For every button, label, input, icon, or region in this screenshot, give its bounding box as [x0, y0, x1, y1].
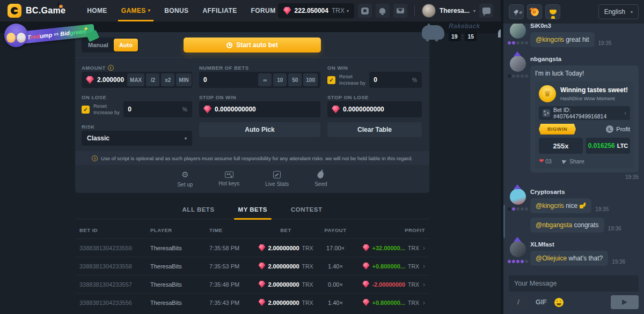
chevron-down-icon: ▾: [148, 9, 150, 13]
main-column: BC.Game HOME GAMES▾ BONUS AFFILIATE FORU…: [0, 0, 501, 314]
message-time: 19:35: [598, 40, 612, 47]
balance-selector[interactable]: 222.050004 TRX▾: [278, 3, 354, 18]
fifty-button[interactable]: 50: [288, 73, 302, 86]
promo-banner[interactable]: TredumpvsBidgreen ✦: [3, 23, 100, 48]
stop-on-win-input[interactable]: 0.0000000000: [199, 101, 320, 117]
chevron-right-icon: ›: [423, 263, 425, 270]
clear-table-button[interactable]: Clear Table: [327, 122, 422, 137]
on-lose-checkbox[interactable]: [82, 106, 90, 114]
chat-scrollbar[interactable]: [503, 205, 505, 238]
user-avatar[interactable]: [422, 4, 436, 18]
ltc-coin-icon: Ł: [606, 125, 613, 133]
navbar-right: 222.050004 TRX▾ Theresa... ▾: [278, 3, 493, 18]
avatar[interactable]: [510, 56, 526, 72]
chevron-right-icon: ›: [624, 109, 626, 117]
rain-button[interactable]: [509, 4, 524, 19]
number-of-bets-input[interactable]: 0 ∞ 10 50 100: [199, 72, 320, 88]
share-button[interactable]: Share: [562, 158, 584, 165]
help-button[interactable]: ? Help: [498, 29, 501, 38]
start-auto-bet-button[interactable]: Start auto bet: [184, 38, 321, 53]
on-win-input[interactable]: 0 %: [369, 72, 422, 88]
on-win-options[interactable]: ResetIncrease by: [339, 73, 365, 86]
table-row[interactable]: 3388381304233556 TheresaBits 7:35:43 PM …: [75, 293, 429, 311]
character-face: [6, 33, 16, 43]
on-win-checkbox[interactable]: [327, 76, 335, 84]
hot-keys-button[interactable]: Hot keys: [218, 171, 239, 186]
on-lose-input[interactable]: 0 %: [123, 101, 192, 117]
stop-on-lose-input[interactable]: 0.0000000000: [327, 101, 422, 117]
language-select[interactable]: English ▾: [598, 4, 639, 19]
avatar[interactable]: [510, 241, 526, 257]
timer-minutes: 19: [449, 32, 460, 41]
nav-link-home[interactable]: HOME: [87, 7, 107, 14]
mention-link[interactable]: @Oliejuice: [536, 255, 567, 262]
nav-link-affiliate[interactable]: AFFILIATE: [203, 7, 237, 14]
tab-my-bets[interactable]: MY BETS: [238, 200, 267, 219]
brand-logo[interactable]: BC.Game: [8, 4, 65, 18]
contest-button[interactable]: [545, 4, 560, 19]
table-row[interactable]: 3388381304233557 TheresaBits 7:35:48 PM …: [75, 275, 429, 293]
dice-icon: [543, 109, 550, 117]
on-win-control: ResetIncrease by 0 %: [327, 72, 422, 88]
gif-button[interactable]: GIF: [536, 298, 547, 306]
send-button[interactable]: [611, 295, 639, 309]
half-button[interactable]: /2: [146, 73, 159, 86]
hundred-button[interactable]: 100: [303, 73, 318, 86]
chat-toggle-button[interactable]: [479, 4, 493, 18]
chat-message-input[interactable]: [509, 275, 639, 291]
seed-button[interactable]: Seed: [314, 171, 327, 187]
auto-pick-button[interactable]: Auto Pick: [199, 122, 320, 137]
tab-contest[interactable]: CONTEST: [291, 200, 322, 219]
chat-username[interactable]: XLMfast: [530, 241, 639, 248]
message-time: 19:36: [612, 259, 625, 266]
table-row[interactable]: 3388381304233559 TheresaBits 7:35:58 PM …: [75, 238, 429, 257]
slash-commands-button[interactable]: /: [509, 295, 528, 309]
mention-link[interactable]: @kingcris: [536, 202, 564, 210]
bc-coin-icon: [8, 4, 21, 18]
setup-button[interactable]: ⚙Set up: [177, 171, 193, 188]
notifications-button[interactable]: [376, 4, 390, 18]
messages-button[interactable]: [393, 4, 407, 18]
rakeback-widget[interactable]: Rakeback 19 : 15 ? Help: [422, 21, 501, 41]
live-stats-button[interactable]: Live Stats: [265, 171, 289, 187]
chat-username[interactable]: Cryptosarts: [530, 189, 639, 195]
fireball-button[interactable]: B: [527, 4, 542, 19]
min-button[interactable]: MIN: [176, 73, 191, 86]
ten-button[interactable]: 10: [273, 73, 287, 86]
bet-id-link[interactable]: Bet ID: #4076447949916814 ›: [539, 106, 630, 120]
wallet-button[interactable]: [358, 4, 372, 18]
nav-link-bonus[interactable]: BONUS: [164, 7, 188, 14]
nav-link-forum[interactable]: FORUM: [251, 7, 276, 14]
gear-icon: ⚙: [181, 171, 188, 179]
trx-gem-icon: [363, 263, 370, 270]
like-button[interactable]: ❤03: [539, 158, 552, 165]
tab-all-bets[interactable]: ALL BETS: [182, 200, 215, 219]
table-row[interactable]: 3388381304233558 TheresaBits 7:35:53 PM …: [75, 257, 429, 275]
wallet-icon: [361, 8, 369, 14]
user-name[interactable]: Theresa...: [440, 7, 470, 14]
auto-mode-tab[interactable]: Auto: [114, 39, 138, 51]
thumbs-up-icon: [580, 203, 586, 208]
amount-input[interactable]: 2.000000 MAX /2 x2 MIN: [82, 72, 192, 88]
trx-gem-icon: [86, 76, 94, 84]
mention-link[interactable]: @nbgangsta: [536, 221, 572, 229]
double-button[interactable]: x2: [161, 73, 174, 86]
risk-select[interactable]: Classic ▾: [82, 131, 192, 146]
bets-table: BET IDPLAYERTIMEBETPAYOUTPROFIT 33883813…: [75, 221, 429, 311]
medal-icon: ♛: [539, 85, 556, 102]
infinity-button[interactable]: ∞: [258, 73, 272, 86]
max-button[interactable]: MAX: [127, 73, 144, 86]
on-lose-options[interactable]: ResetIncrease by: [93, 103, 120, 116]
chevron-right-icon: ›: [423, 244, 425, 252]
avatar[interactable]: [510, 24, 526, 39]
profit-label: ŁProfit: [606, 125, 630, 133]
user-badges: [508, 74, 528, 78]
bets-tabs: ALL BETS MY BETS CONTEST: [75, 200, 429, 219]
chat-username[interactable]: nbgangsta: [530, 56, 639, 62]
timer-seconds: 15: [465, 32, 477, 41]
avatar[interactable]: [510, 189, 526, 205]
chat-username[interactable]: SiK0n3: [530, 24, 639, 29]
nav-link-games[interactable]: GAMES▾: [121, 7, 150, 14]
mention-link[interactable]: @kingcris: [536, 36, 564, 43]
emoji-button[interactable]: [554, 298, 564, 307]
